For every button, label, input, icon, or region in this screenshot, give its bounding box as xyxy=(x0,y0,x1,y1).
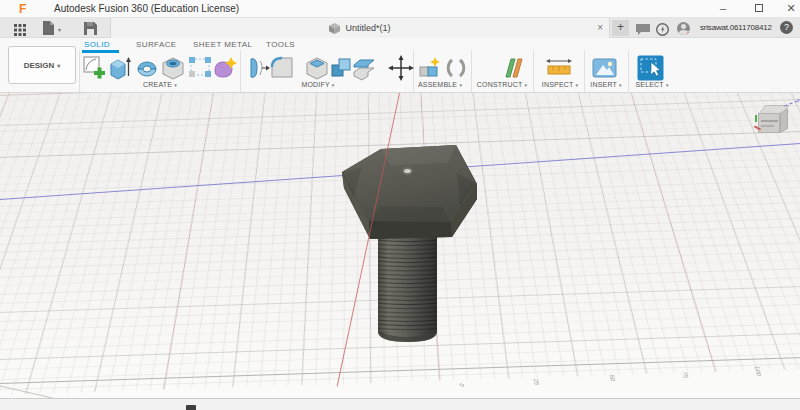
group-label-modify[interactable]: MODIFY ▾ xyxy=(301,81,334,88)
ribbon-toolbar: DESIGN ▾ SOLID SURFACE SHEET METAL TOOLS xyxy=(0,38,800,93)
close-button[interactable]: ✕ xyxy=(776,0,800,18)
tab-bar: ▾ ↶ ▾ ↷ ▾ Untitled*(1) × + srisawat.0611… xyxy=(0,18,800,38)
select-caret-icon: ▾ xyxy=(666,82,669,88)
create-sketch-icon[interactable] xyxy=(82,55,106,81)
view-cube-text-line xyxy=(761,120,778,122)
construct-caret-icon: ▾ xyxy=(525,82,528,88)
model-viewport[interactable]: 0 25 50 75 100 z xyxy=(0,93,800,398)
group-divider xyxy=(584,50,585,92)
username-label[interactable]: srisawat.0611708412 xyxy=(700,23,772,32)
insert-image-icon[interactable] xyxy=(592,55,617,81)
app-grid-icon[interactable] xyxy=(14,22,26,36)
view-cube-text-line xyxy=(761,125,774,127)
file-menu-caret-icon[interactable]: ▾ xyxy=(58,26,61,33)
timeline-bar xyxy=(0,398,800,410)
tab-surface[interactable]: SURFACE xyxy=(136,40,177,49)
modify-caret-icon: ▾ xyxy=(332,82,335,88)
timeline-feature-icon[interactable] xyxy=(186,405,196,410)
grid-label-50: 50 xyxy=(608,375,616,382)
joint-icon[interactable] xyxy=(444,55,468,81)
press-pull-icon[interactable] xyxy=(247,55,271,81)
group-divider xyxy=(628,50,629,92)
measure-icon[interactable] xyxy=(546,55,572,81)
title-bar: F Autodesk Fusion 360 (Education License… xyxy=(0,0,800,18)
help-button[interactable]: ? xyxy=(780,21,793,34)
window-title: Autodesk Fusion 360 (Education License) xyxy=(54,3,239,14)
workspace-caret-icon: ▾ xyxy=(57,62,60,69)
tab-sheet-metal[interactable]: SHEET METAL xyxy=(193,40,252,49)
tab-solid[interactable]: SOLID xyxy=(84,40,110,49)
tab-tools[interactable]: TOOLS xyxy=(266,40,295,49)
group-label-insert[interactable]: INSERT ▾ xyxy=(590,81,622,88)
fusion-logo-icon: F xyxy=(19,2,26,16)
new-component-icon[interactable] xyxy=(418,55,442,81)
split-body-icon[interactable] xyxy=(352,55,376,81)
group-divider xyxy=(240,50,241,92)
insert-caret-icon: ▾ xyxy=(619,82,622,88)
document-tab-close-icon[interactable]: × xyxy=(597,21,603,34)
view-cube-right-face xyxy=(780,108,788,133)
construct-plane-icon[interactable] xyxy=(502,55,526,81)
fillet-icon[interactable] xyxy=(270,55,294,81)
user-avatar[interactable] xyxy=(677,22,690,35)
new-tab-button[interactable]: + xyxy=(612,20,629,36)
create-caret-icon: ▾ xyxy=(174,82,177,88)
group-divider xyxy=(533,50,534,92)
document-tab-title: Untitled*(1) xyxy=(345,23,390,33)
combine-icon[interactable] xyxy=(329,55,353,81)
assemble-caret-icon: ▾ xyxy=(459,82,462,88)
group-divider xyxy=(471,50,472,92)
file-menu-icon[interactable] xyxy=(42,21,54,35)
maximize-icon xyxy=(755,4,763,12)
group-label-construct[interactable]: CONSTRUCT ▾ xyxy=(477,81,528,88)
move-icon[interactable] xyxy=(388,55,414,81)
view-cube[interactable]: z xyxy=(754,101,800,141)
maximize-button[interactable] xyxy=(744,0,774,18)
notification-dot xyxy=(686,31,690,35)
avatar-head xyxy=(681,24,686,29)
group-label-select[interactable]: SELECT ▾ xyxy=(635,81,668,88)
z-axis-arrow-icon xyxy=(784,100,797,106)
document-tab[interactable]: Untitled*(1) × xyxy=(110,18,610,38)
view-cube-front-face xyxy=(758,113,780,133)
fusion360-window: F Autodesk Fusion 360 (Education License… xyxy=(0,0,800,410)
grid-label-25: 25 xyxy=(532,379,540,386)
group-label-inspect[interactable]: INSPECT ▾ xyxy=(542,81,579,88)
active-tab-underline xyxy=(82,50,119,53)
document-tab-content: Untitled*(1) xyxy=(111,18,609,38)
workspace-selector[interactable]: DESIGN ▾ xyxy=(8,46,76,84)
origin-point[interactable] xyxy=(402,167,413,175)
workspace-label: DESIGN xyxy=(24,61,55,70)
y-axis-tick-icon xyxy=(755,115,757,122)
shell-icon[interactable] xyxy=(305,55,329,81)
grid-label-0: 0 xyxy=(458,383,465,387)
group-divider xyxy=(79,50,80,92)
group-label-assemble[interactable]: ASSEMBLE ▾ xyxy=(418,81,462,88)
revolve-icon[interactable] xyxy=(135,55,159,81)
extrude-icon[interactable] xyxy=(108,55,132,81)
pattern-icon[interactable] xyxy=(188,55,212,81)
select-icon[interactable] xyxy=(637,55,664,81)
inspect-caret-icon: ▾ xyxy=(576,82,579,88)
document-cube-icon xyxy=(329,23,340,34)
hole-icon[interactable] xyxy=(161,55,185,81)
minimize-button[interactable]: – xyxy=(708,0,738,18)
save-icon[interactable] xyxy=(84,21,97,35)
create-form-icon[interactable] xyxy=(212,55,238,81)
group-label-create[interactable]: CREATE ▾ xyxy=(143,81,177,88)
